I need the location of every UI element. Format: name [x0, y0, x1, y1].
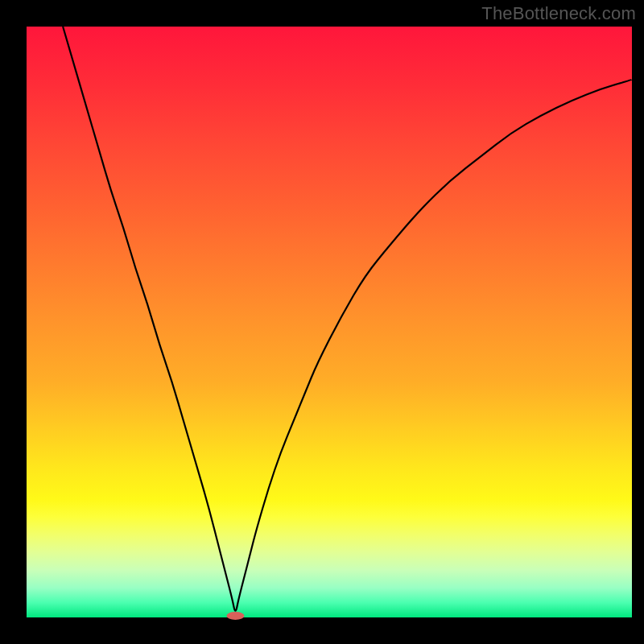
chart-frame: TheBottleneck.com [0, 0, 644, 644]
minimum-marker [226, 612, 244, 620]
watermark-text: TheBottleneck.com [481, 3, 636, 24]
bottleneck-chart [0, 0, 644, 644]
